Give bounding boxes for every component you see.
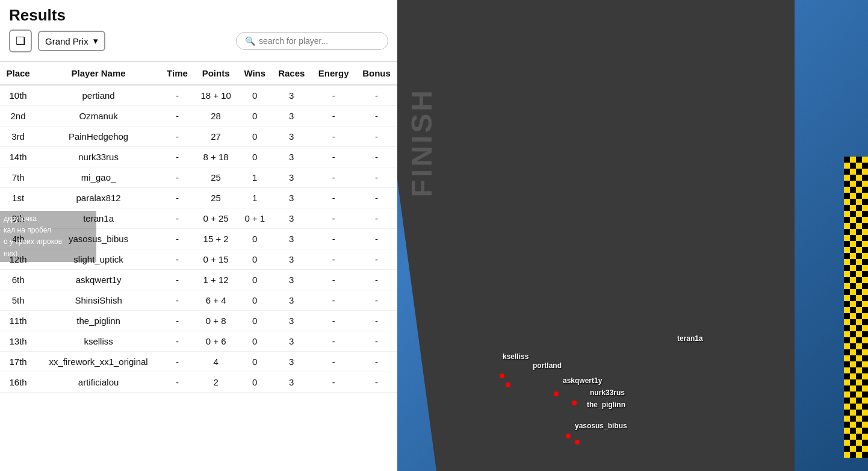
- cell-time: -: [161, 126, 194, 147]
- cell-wins: 0: [238, 290, 271, 311]
- col-bonus: Bonus: [356, 62, 397, 85]
- cell-points: 4: [194, 352, 238, 372]
- cell-wins: 0: [238, 147, 271, 167]
- cell-player-name: askqwert1y: [36, 270, 161, 290]
- cell-races: 3: [271, 372, 311, 393]
- cell-points: 27: [194, 126, 238, 147]
- copy-icon-button[interactable]: ❏: [9, 30, 32, 52]
- cell-wins: 0: [238, 249, 271, 270]
- table-row[interactable]: 2ndOzmanuk-2803--: [0, 106, 397, 126]
- table-row[interactable]: 16thartificialou-203--: [0, 372, 397, 393]
- cell-place: 13th: [0, 331, 36, 352]
- cell-races: 3: [271, 85, 311, 106]
- cell-points: 25: [194, 167, 238, 188]
- finish-text: FINISH: [405, 88, 438, 197]
- cell-place: 17th: [0, 352, 36, 372]
- cell-races: 3: [271, 167, 311, 188]
- cell-races: 3: [271, 249, 311, 270]
- cell-time: -: [161, 249, 194, 270]
- cell-points: 1 + 12: [194, 270, 238, 290]
- cell-races: 3: [271, 229, 311, 249]
- table-row[interactable]: 5thShinsiShish-6 + 403--: [0, 290, 397, 311]
- table-row[interactable]: 7thmi_gao_-2513--: [0, 167, 397, 188]
- cell-races: 3: [271, 270, 311, 290]
- cell-time: -: [161, 167, 194, 188]
- cell-energy: -: [311, 229, 356, 249]
- table-row[interactable]: 14thnurk33rus-8 + 1803--: [0, 147, 397, 167]
- cell-time: -: [161, 188, 194, 208]
- cell-wins: 1: [238, 188, 271, 208]
- cell-energy: -: [311, 106, 356, 126]
- cell-place: 1st: [0, 188, 36, 208]
- cell-races: 3: [271, 311, 311, 331]
- search-box: 🔍: [236, 32, 388, 50]
- cell-wins: 0: [238, 270, 271, 290]
- cell-energy: -: [311, 331, 356, 352]
- cell-wins: 0: [238, 352, 271, 372]
- cell-wins: 0: [238, 126, 271, 147]
- track-background: [373, 0, 795, 471]
- table-row[interactable]: 11ththe_piglinn-0 + 803--: [0, 311, 397, 331]
- cell-races: 3: [271, 208, 311, 229]
- cell-points: 28: [194, 106, 238, 126]
- cell-points: 0 + 15: [194, 249, 238, 270]
- table-row[interactable]: 1stparalax812-2513--: [0, 188, 397, 208]
- results-table-container[interactable]: Place Player Name Time Points Wins Races…: [0, 62, 397, 471]
- cell-energy: -: [311, 147, 356, 167]
- dropdown-label: Grand Prix: [45, 36, 88, 46]
- mode-dropdown[interactable]: Grand Prix ▾: [38, 31, 105, 51]
- table-row[interactable]: 10thpertiand-18 + 1003--: [0, 85, 397, 106]
- table-row[interactable]: 3rdPainHedgehog-2703--: [0, 126, 397, 147]
- cell-player-name: ShinsiShish: [36, 290, 161, 311]
- cell-points: 25: [194, 188, 238, 208]
- cell-time: -: [161, 372, 194, 393]
- search-icon: 🔍: [245, 36, 255, 46]
- cell-player-name: artificialou: [36, 372, 161, 393]
- cell-time: -: [161, 106, 194, 126]
- cell-races: 3: [271, 106, 311, 126]
- cell-energy: -: [311, 188, 356, 208]
- cell-place: 11th: [0, 311, 36, 331]
- chevron-down-icon: ▾: [93, 36, 98, 46]
- col-player-name: Player Name: [36, 62, 161, 85]
- cell-races: 3: [271, 188, 311, 208]
- cell-time: -: [161, 270, 194, 290]
- cell-time: -: [161, 229, 194, 249]
- cell-bonus: -: [356, 106, 397, 126]
- table-row[interactable]: 13thkselliss-0 + 603--: [0, 331, 397, 352]
- search-input[interactable]: [259, 36, 379, 46]
- cell-place: 5th: [0, 290, 36, 311]
- cell-player-name: kselliss: [36, 331, 161, 352]
- cell-races: 3: [271, 331, 311, 352]
- cell-bonus: -: [356, 270, 397, 290]
- cell-player-name: the_piglinn: [36, 311, 161, 331]
- cell-energy: -: [311, 167, 356, 188]
- cell-time: -: [161, 208, 194, 229]
- chat-line-1: дкруточка: [4, 213, 93, 225]
- table-row[interactable]: 17thxx_firework_xx1_original-403--: [0, 352, 397, 372]
- toolbar: ❏ Grand Prix ▾ 🔍: [9, 30, 388, 52]
- cell-place: 3rd: [0, 126, 36, 147]
- cell-place: 2nd: [0, 106, 36, 126]
- cell-wins: 0: [238, 106, 271, 126]
- cell-bonus: -: [356, 147, 397, 167]
- table-row[interactable]: 6thaskqwert1y-1 + 1203--: [0, 270, 397, 290]
- cell-points: 0 + 8: [194, 311, 238, 331]
- cell-bonus: -: [356, 249, 397, 270]
- checkered-border-right: [844, 157, 868, 458]
- cell-wins: 1: [238, 167, 271, 188]
- cell-player-name: paralax812: [36, 188, 161, 208]
- chat-line-4: них): [4, 248, 93, 260]
- cell-bonus: -: [356, 167, 397, 188]
- copy-icon: ❏: [16, 34, 25, 48]
- cell-place: 14th: [0, 147, 36, 167]
- left-controls: ❏ Grand Prix ▾: [9, 30, 105, 52]
- col-wins: Wins: [238, 62, 271, 85]
- table-header: Place Player Name Time Points Wins Races…: [0, 62, 397, 85]
- cell-player-name: mi_gao_: [36, 167, 161, 188]
- cell-wins: 0: [238, 311, 271, 331]
- page-title: Results: [9, 6, 388, 25]
- cell-time: -: [161, 331, 194, 352]
- cell-player-name: xx_firework_xx1_original: [36, 352, 161, 372]
- chat-line-3: о у троих игроков: [4, 236, 93, 248]
